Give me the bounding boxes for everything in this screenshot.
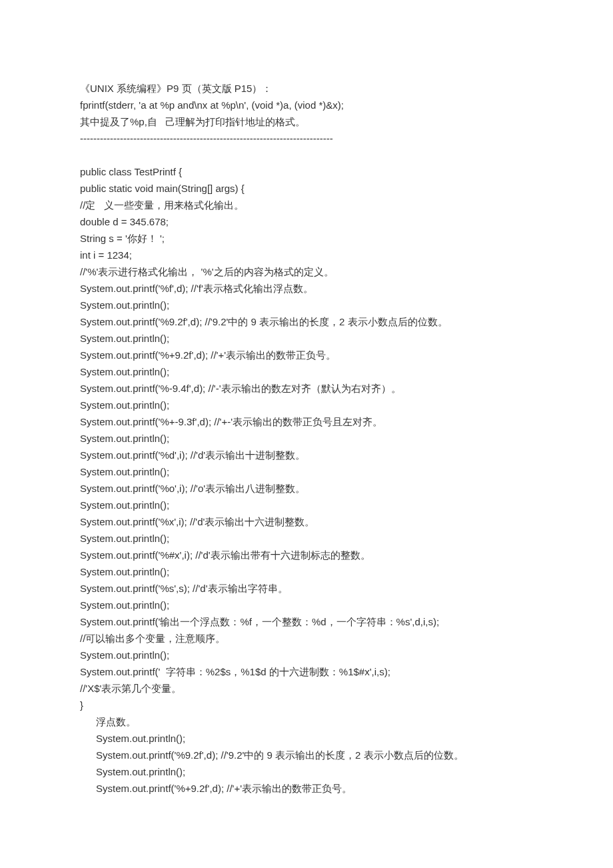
code-line: System.out.println(); [80,397,533,413]
code-line: public class TestPrintf { [80,163,533,180]
code-line: String s = '你好！ '; [80,230,533,247]
code-line: System.out.printf('输出一个浮点数：%f，一个整数：%d，一个… [80,613,533,630]
code-line: System.out.printf('%+-9.3f',d); //'+-'表示… [80,413,533,430]
code-line: System.out.println(); [80,763,533,780]
code-line: fprintf(stderr, 'a at %p and\nx at %p\n'… [80,97,533,113]
code-line: } [80,697,533,713]
code-line: System.out.println(); [80,530,533,547]
code-line: System.out.println(); [80,497,533,513]
code-line: System.out.println(); [80,647,533,663]
code-line: System.out.printf('%f',d); //'f'表示格式化输出浮… [80,280,533,297]
code-line: double d = 345.678; [80,213,533,230]
code-line: System.out.printf('%#x',i); //'d'表示输出带有十… [80,547,533,563]
code-line: System.out.printf(' 字符串：%2$s，%1$d 的十六进制数… [80,663,533,680]
code-line: System.out.printf('%s',s); //'d'表示输出字符串。 [80,580,533,597]
code-line: System.out.printf('%d',i); //'d'表示输出十进制整… [80,447,533,463]
code-line: System.out.println(); [80,563,533,580]
code-line: public static void main(String[] args) { [80,180,533,197]
code-line: System.out.printf('%+9.2f',d); //'+'表示输出… [80,780,533,797]
code-line: 浮点数。 [80,713,533,730]
code-line: 其中提及了%p,自 己理解为打印指针地址的格式。 [80,113,533,130]
code-line: //可以输出多个变量，注意顺序。 [80,630,533,647]
code-line: System.out.println(); [80,330,533,347]
code-line: int i = 1234; [80,247,533,263]
code-line: System.out.printf('%9.2f',d); //'9.2'中的 … [80,747,533,763]
code-line: //定 义一些变量，用来格式化输出。 [80,197,533,213]
code-line: System.out.printf('%9.2f',d); //'9.2'中的 … [80,313,533,330]
code-line: //'X$'表示第几个变量。 [80,680,533,697]
code-line: System.out.printf('%o',i); //'o'表示输出八进制整… [80,480,533,497]
code-line: System.out.printf('%-9.4f',d); //'-'表示输出… [80,380,533,397]
code-line: 《UNIX 系统编程》P9 页（英文版 P15）： [80,80,533,97]
code-line: //'%'表示进行格式化输出， '%'之后的内容为格式的定义。 [80,263,533,280]
code-line: System.out.println(); [80,463,533,480]
code-line: System.out.printf('%+9.2f',d); //'+'表示输出… [80,347,533,363]
code-line [80,147,533,163]
code-line: System.out.println(); [80,363,533,380]
code-line: System.out.println(); [80,297,533,313]
code-line: System.out.printf('%x',i); //'d'表示输出十六进制… [80,513,533,530]
code-line: ----------------------------------------… [80,130,533,147]
document-page: 《UNIX 系统编程》P9 页（英文版 P15）：fprintf(stderr,… [0,0,613,837]
code-line: System.out.println(); [80,597,533,613]
code-line: System.out.println(); [80,730,533,747]
code-line: System.out.println(); [80,430,533,447]
